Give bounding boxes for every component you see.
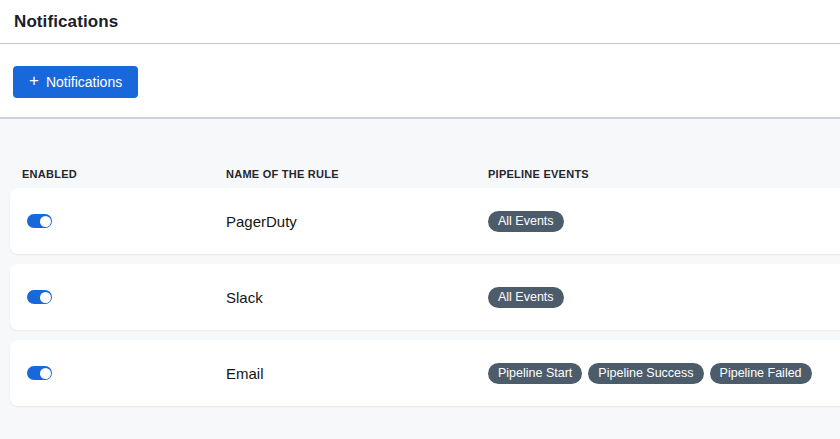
table-body: PagerDuty All Events Slack All Events Em… [0, 188, 840, 406]
table-row[interactable]: Slack All Events [10, 264, 840, 330]
column-header-name: NAME OF THE RULE [226, 168, 488, 180]
enabled-toggle[interactable] [27, 214, 52, 228]
toggle-knob [40, 368, 51, 379]
enabled-toggle[interactable] [27, 290, 52, 304]
table-row[interactable]: Email Pipeline StartPipeline SuccessPipe… [10, 340, 840, 406]
page-header: Notifications [0, 0, 840, 44]
event-badge: Pipeline Success [588, 363, 703, 384]
table-header: ENABLED NAME OF THE RULE PIPELINE EVENTS [0, 119, 840, 188]
enabled-cell [22, 290, 226, 304]
rule-name: Slack [226, 289, 488, 306]
enabled-cell [22, 366, 226, 380]
pipeline-events: All Events [488, 287, 840, 308]
toggle-knob [40, 216, 51, 227]
event-badge: Pipeline Start [488, 363, 582, 384]
table-row[interactable]: PagerDuty All Events [10, 188, 840, 254]
pipeline-events: Pipeline StartPipeline SuccessPipeline F… [488, 363, 840, 384]
enabled-toggle[interactable] [27, 366, 52, 380]
column-header-events: PIPELINE EVENTS [488, 168, 840, 180]
notifications-page: Notifications + Notifications ENABLED NA… [0, 0, 840, 439]
rule-name: Email [226, 365, 488, 382]
rule-name: PagerDuty [226, 213, 488, 230]
event-badge: Pipeline Failed [710, 363, 812, 384]
pipeline-events: All Events [488, 211, 840, 232]
event-badge: All Events [488, 287, 564, 308]
notifications-table: ENABLED NAME OF THE RULE PIPELINE EVENTS… [0, 119, 840, 439]
toggle-knob [40, 292, 51, 303]
column-header-enabled: ENABLED [22, 168, 226, 180]
plus-icon: + [29, 72, 39, 89]
toolbar: + Notifications [0, 44, 840, 119]
add-notifications-button[interactable]: + Notifications [13, 66, 138, 98]
event-badge: All Events [488, 211, 564, 232]
add-notifications-label: Notifications [46, 74, 122, 90]
page-title: Notifications [14, 12, 118, 32]
enabled-cell [22, 214, 226, 228]
